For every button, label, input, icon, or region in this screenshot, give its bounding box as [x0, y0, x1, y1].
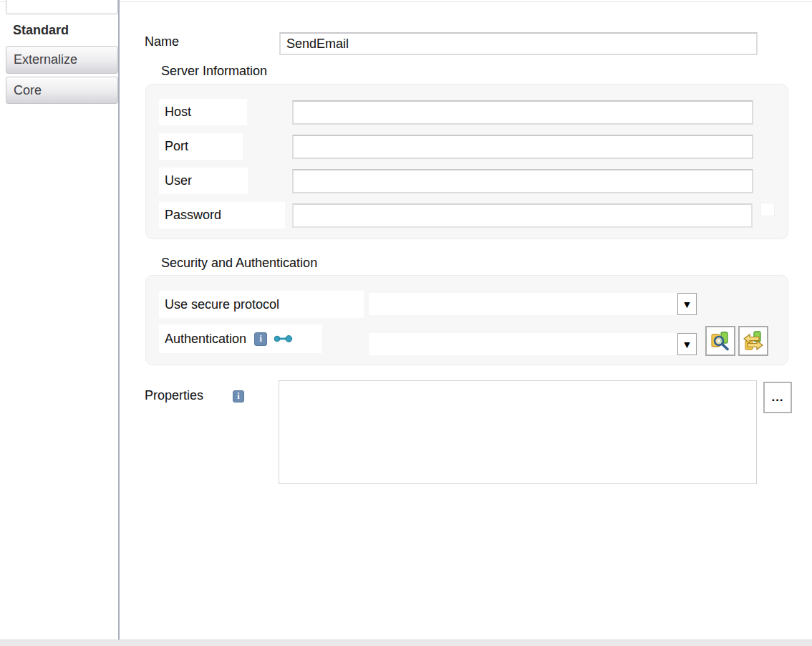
sidebar-tab-standard[interactable]: Standard	[6, 15, 118, 46]
sidebar-resize-sash[interactable]	[118, 0, 120, 640]
properties-browse-button-label: ...	[771, 390, 783, 405]
transform-properties-dialog: Standard Externalize Core Name Server In…	[0, 0, 812, 646]
top-divider	[0, 1, 812, 2]
info-icon-glyph: i	[237, 391, 239, 402]
password-input[interactable]	[292, 203, 753, 228]
database-edit-icon	[743, 330, 764, 352]
secure-protocol-label-text: Use secure protocol	[165, 297, 279, 312]
name-input[interactable]	[279, 32, 758, 55]
chevron-down-icon: ▼	[682, 299, 692, 310]
password-option-checkbox[interactable]	[760, 203, 775, 216]
secure-protocol-combo[interactable]	[369, 293, 677, 315]
status-bar	[0, 640, 812, 646]
authentication-combo[interactable]	[369, 333, 677, 355]
user-label: User	[159, 168, 248, 194]
sidebar-tab-externalize[interactable]: Externalize	[6, 46, 118, 74]
sidebar-tab-standard-label: Standard	[13, 23, 69, 38]
security-group-title: Security and Authentication	[161, 256, 317, 271]
password-label: Password	[159, 202, 285, 228]
metadata-edit-button[interactable]	[738, 326, 768, 356]
link-dumbbell-icon	[274, 334, 293, 344]
host-label-text: Host	[165, 105, 191, 120]
port-label: Port	[159, 133, 243, 160]
sidebar-tab-clipped[interactable]	[6, 0, 118, 14]
host-input[interactable]	[292, 100, 753, 125]
sidebar-tab-core[interactable]: Core	[6, 77, 118, 104]
secure-protocol-combo-arrow[interactable]: ▼	[677, 293, 697, 315]
info-icon-glyph: i	[259, 334, 261, 344]
secure-protocol-label: Use secure protocol	[159, 291, 364, 318]
user-label-text: User	[165, 173, 192, 188]
password-label-text: Password	[165, 208, 221, 223]
authentication-label-text: Authentication	[165, 332, 246, 347]
host-label: Host	[159, 99, 247, 125]
info-icon[interactable]: i	[254, 332, 267, 346]
port-label-text: Port	[165, 139, 188, 154]
chevron-down-icon: ▼	[682, 339, 692, 350]
authentication-label: Authentication i	[159, 324, 322, 353]
authentication-combo-arrow[interactable]: ▼	[677, 333, 697, 355]
metadata-browse-button[interactable]	[705, 326, 735, 356]
server-group-title: Server Information	[161, 64, 267, 79]
properties-list[interactable]	[279, 380, 757, 484]
name-label: Name	[145, 34, 179, 49]
info-icon[interactable]: i	[233, 390, 244, 402]
port-input[interactable]	[292, 135, 753, 159]
properties-browse-button[interactable]: ...	[763, 382, 792, 413]
sidebar-tab-core-label: Core	[14, 83, 42, 98]
sidebar-tab-externalize-label: Externalize	[14, 52, 77, 67]
database-search-icon	[710, 330, 731, 352]
properties-label: Properties	[145, 388, 203, 403]
user-input[interactable]	[292, 169, 753, 193]
